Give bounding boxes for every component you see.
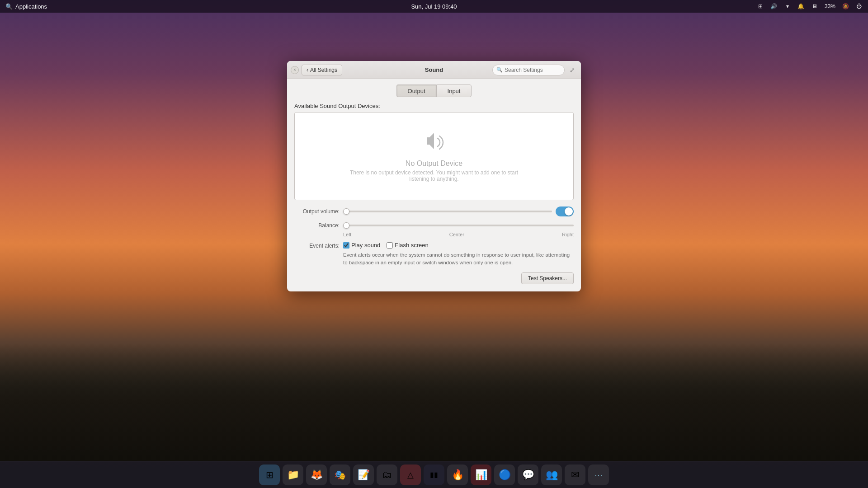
battery-label: 33%	[825, 3, 835, 9]
taskbar-app-windows-grid[interactable]: ⊞	[259, 465, 280, 485]
tab-input[interactable]: Input	[436, 84, 472, 97]
devices-box: No Output Device There is no output devi…	[294, 112, 574, 200]
balance-slider[interactable]	[343, 221, 574, 230]
output-volume-slider[interactable]	[343, 207, 552, 216]
topbar-datetime: Sun, Jul 19 09:40	[411, 3, 457, 10]
power-icon[interactable]: ⏻	[855, 3, 863, 10]
volume-toggle[interactable]	[556, 206, 574, 216]
taskbar-app-teams[interactable]: 👥	[541, 465, 562, 485]
balance-right: Right	[562, 232, 574, 237]
taskbar: ⊞ 📁 🦊 🎭 📝 🗂 △ ▮▮ 🔥 📊 🔵 💬 👥 ✉ ⋯	[0, 461, 868, 488]
flash-screen-checkbox[interactable]: Flash screen	[387, 242, 428, 249]
balance-label: Balance:	[294, 222, 340, 229]
search-input[interactable]	[505, 67, 561, 73]
tabs: Output Input	[294, 84, 574, 97]
topbar: 🔍 Applications Sun, Jul 19 09:40 ⊞ 🔊 ▾ 🔔…	[0, 0, 868, 13]
taskbar-app-matlab[interactable]: △	[400, 465, 421, 485]
taskbar-app-messenger[interactable]: 💬	[518, 465, 538, 485]
taskbar-app-editor[interactable]: 📝	[353, 465, 374, 485]
topbar-left: 🔍 Applications	[5, 3, 47, 10]
screen-icon[interactable]: 🖥	[811, 3, 818, 10]
play-sound-label: Play sound	[351, 242, 380, 249]
mute-icon[interactable]: 🔕	[842, 3, 849, 10]
balance-left: Left	[343, 232, 351, 237]
no-device-title: No Output Device	[406, 160, 462, 168]
taskbar-app-simplenote[interactable]: 🔵	[494, 465, 515, 485]
taskbar-app-mail[interactable]: ✉	[565, 465, 585, 485]
balance-labels: Left Center Right	[294, 232, 574, 237]
taskbar-app-firefox[interactable]: 🦊	[306, 465, 327, 485]
no-device-desc: There is no output device detected. You …	[348, 169, 520, 182]
taskbar-app-terminal[interactable]: ▮▮	[424, 465, 444, 485]
volume-icon[interactable]: 🔊	[770, 3, 778, 10]
footer-row: Test Speakers...	[294, 272, 574, 284]
close-button[interactable]: ×	[291, 66, 299, 74]
applications-label[interactable]: Applications	[15, 3, 47, 10]
dialog-title: Sound	[425, 66, 443, 73]
test-speakers-button[interactable]: Test Speakers...	[521, 272, 574, 284]
back-icon: ‹	[307, 67, 308, 73]
grid-icon: ⊞	[757, 3, 764, 10]
taskbar-app-database[interactable]: 🗂	[377, 465, 397, 485]
alerts-content: Play sound Flash screen Event alerts occ…	[343, 242, 574, 266]
output-volume-label: Output volume:	[294, 208, 340, 215]
notification-icon[interactable]: 🔔	[797, 3, 805, 10]
checkboxes-row: Play sound Flash screen	[343, 242, 574, 249]
taskbar-app-fire[interactable]: 🔥	[447, 465, 468, 485]
search-icon: 🔍	[5, 3, 13, 10]
wifi-icon[interactable]: ▾	[784, 3, 791, 10]
taskbar-app-monitor[interactable]: 📊	[471, 465, 491, 485]
search-icon: 🔍	[496, 67, 503, 73]
alerts-row: Event alerts: Play sound Flash screen Ev…	[294, 242, 574, 266]
play-sound-checkbox[interactable]: Play sound	[343, 242, 380, 249]
taskbar-app-security[interactable]: 🎭	[330, 465, 350, 485]
play-sound-input[interactable]	[343, 242, 349, 249]
search-box[interactable]: 🔍	[492, 65, 565, 75]
all-settings-label: All Settings	[310, 67, 337, 73]
alerts-label: Event alerts:	[294, 242, 340, 249]
topbar-right: ⊞ 🔊 ▾ 🔔 🖥 33% 🔕 ⏻	[757, 3, 863, 10]
no-device-icon	[423, 130, 445, 156]
expand-button[interactable]: ⤢	[567, 65, 577, 75]
dialog-titlebar: × ‹ All Settings Sound 🔍 ⤢	[287, 61, 581, 79]
expand-icon: ⤢	[570, 66, 575, 74]
balance-row: Balance:	[294, 221, 574, 230]
flash-screen-label: Flash screen	[395, 242, 428, 249]
taskbar-app-files[interactable]: 📁	[283, 465, 303, 485]
taskbar-app-dots[interactable]: ⋯	[588, 465, 609, 485]
dialog-content: Output Input Available Sound Output Devi…	[287, 79, 581, 291]
all-settings-button[interactable]: ‹ All Settings	[302, 65, 342, 75]
close-icon: ×	[293, 67, 296, 72]
output-volume-row: Output volume:	[294, 206, 574, 216]
tab-output[interactable]: Output	[396, 84, 436, 97]
devices-label: Available Sound Output Devices:	[294, 103, 574, 109]
alerts-description: Event alerts occur when the system canno…	[343, 251, 574, 266]
sound-settings-dialog: × ‹ All Settings Sound 🔍 ⤢ Output Input …	[287, 61, 581, 291]
balance-center: Center	[449, 232, 464, 237]
flash-screen-input[interactable]	[387, 242, 393, 249]
